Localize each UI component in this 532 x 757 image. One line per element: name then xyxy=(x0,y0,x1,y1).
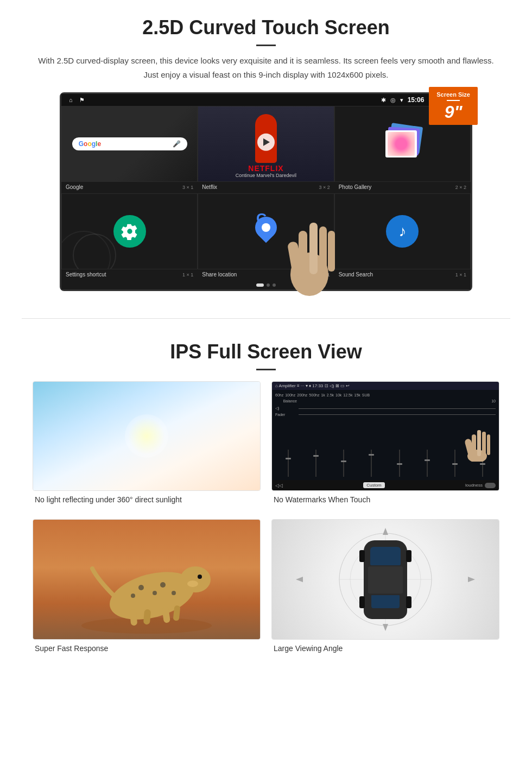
share-location-tile[interactable]: G xyxy=(198,193,334,269)
amp-slider-group-3 xyxy=(343,450,344,477)
sunlight-image-card xyxy=(33,381,261,491)
amplifier-image-card: ⌂ Amplifier ≡ ··· ▾ ♦ 17:33 ⊡ ◁) ⊠ ▭ ↩ 6… xyxy=(271,381,499,491)
google-logo: Google xyxy=(79,140,101,148)
car-caption: Large Viewing Angle xyxy=(271,640,499,657)
sound-label: Sound Search xyxy=(339,272,373,277)
location-icon: ◎ xyxy=(390,97,396,104)
badge-size: 9" xyxy=(436,103,470,121)
svg-point-16 xyxy=(153,591,157,595)
amp-loudness-label: loudness xyxy=(465,483,483,488)
dot-3 xyxy=(273,283,276,287)
status-bar: ⌂ ⚑ ✱ ◎ ▾ 15:06 ⊡ ◁) ⊠ ▭ xyxy=(61,94,471,106)
section2-title: IPS Full Screen View xyxy=(33,340,499,363)
amplifier-card: ⌂ Amplifier ≡ ··· ▾ ♦ 17:33 ⊡ ◁) ⊠ ▭ ↩ 6… xyxy=(271,381,499,508)
netflix-label: Netflix xyxy=(202,184,217,190)
amp-slider-group-6 xyxy=(427,450,428,477)
svg-point-25 xyxy=(187,581,198,587)
usb-icon: ⚑ xyxy=(79,97,85,104)
app-label-row-1: Google 3 × 1 Netflix 3 × 2 Photo Gallery… xyxy=(61,182,471,193)
screen-size-badge: Screen Size 9" xyxy=(429,87,478,125)
dot-1 xyxy=(256,283,264,287)
sun-glow xyxy=(125,414,168,458)
netflix-content: NETFLIX Continue Marvel's Daredevil xyxy=(198,161,333,181)
svg-point-19 xyxy=(172,591,176,595)
amp-slider-track-6 xyxy=(427,450,428,477)
amp-slider-group-4 xyxy=(371,450,372,477)
share-label-cell: Share location 1 × 1 xyxy=(198,272,334,277)
share-tile-inner: G xyxy=(198,194,333,269)
google-label-cell: Google 3 × 1 xyxy=(61,184,198,190)
svg-marker-31 xyxy=(383,624,388,631)
amp-hand-svg xyxy=(461,418,493,464)
amp-bottom-bar: ◁◁ Custom loudness xyxy=(272,480,499,490)
amp-slider-group-7 xyxy=(454,450,455,477)
amp-slider-track-4 xyxy=(371,450,372,477)
cheetah-image xyxy=(33,520,260,639)
sound-search-tile[interactable]: ♪ xyxy=(334,193,471,269)
netflix-play-button[interactable] xyxy=(257,134,275,151)
car-wheel-rl xyxy=(359,596,365,608)
sound-circle: ♪ xyxy=(386,215,419,248)
google-mic-icon[interactable]: 🎤 xyxy=(173,140,181,148)
settings-gear-circle xyxy=(113,215,146,248)
amp-caption: No Watermarks When Touch xyxy=(271,491,499,508)
gallery-label-cell: Photo Gallery 2 × 2 xyxy=(334,184,471,190)
amp-thumb-6 xyxy=(425,459,430,461)
amp-fader-line xyxy=(299,414,496,415)
sky-image xyxy=(33,382,260,490)
gear-icon xyxy=(121,223,138,240)
car-wheel-fl xyxy=(359,550,365,562)
home-icon[interactable]: ⌂ xyxy=(69,97,73,103)
cheetah-caption: Super Fast Response xyxy=(33,640,261,657)
google-search-bar[interactable]: Google 🎤 xyxy=(72,137,187,150)
amp-balance-line xyxy=(299,408,496,409)
settings-size: 1 × 1 xyxy=(182,272,193,277)
car-image xyxy=(272,520,499,639)
svg-point-15 xyxy=(138,585,144,590)
settings-label: Settings shortcut xyxy=(66,272,106,277)
amp-thumb-4 xyxy=(369,454,374,456)
svg-point-17 xyxy=(131,594,135,598)
section-ips-view: IPS Full Screen View No light reflecting… xyxy=(0,335,532,673)
netflix-logo: NETFLIX xyxy=(202,164,329,173)
google-g-letter: G xyxy=(256,210,267,227)
status-time: 15:06 xyxy=(408,96,425,104)
play-triangle-icon xyxy=(263,138,270,146)
amp-scale: Balance 10 xyxy=(275,399,496,403)
app-grid-bottom: G xyxy=(61,193,471,269)
gallery-label: Photo Gallery xyxy=(339,184,372,190)
section-curved-screen: 2.5D Curved Touch Screen With 2.5D curve… xyxy=(0,0,532,302)
wifi-icon: ▾ xyxy=(400,97,403,104)
section1-divider xyxy=(256,45,276,46)
share-size: 1 × 1 xyxy=(319,272,330,277)
google-app-tile[interactable]: Google 🎤 xyxy=(61,106,198,182)
sound-label-cell: Sound Search 1 × 1 xyxy=(334,272,471,277)
cheetah-svg xyxy=(54,525,239,634)
amp-slider-track-2 xyxy=(315,450,316,477)
car-rear-windshield xyxy=(371,595,400,608)
section1-description: With 2.5D curved-display screen, this de… xyxy=(33,54,499,81)
google-size: 3 × 1 xyxy=(182,185,193,190)
sunlight-caption: No light reflecting under 360° direct su… xyxy=(33,491,261,508)
amp-loudness-toggle[interactable] xyxy=(485,483,496,488)
netflix-app-tile[interactable]: NETFLIX Continue Marvel's Daredevil xyxy=(198,106,334,182)
image-grid: No light reflecting under 360° direct su… xyxy=(33,381,499,657)
share-label: Share location xyxy=(202,272,237,277)
google-label: Google xyxy=(66,184,83,190)
car-image-card xyxy=(271,519,499,640)
svg-rect-10 xyxy=(487,434,490,455)
section1-title: 2.5D Curved Touch Screen xyxy=(33,16,499,39)
amp-thumb-5 xyxy=(397,463,402,465)
amp-slider-track-1 xyxy=(288,450,289,477)
cheetah-image-card xyxy=(33,519,261,640)
settings-app-tile[interactable] xyxy=(61,193,198,269)
amp-thumb-7 xyxy=(452,463,458,465)
flower-image xyxy=(388,132,415,156)
dot-2 xyxy=(267,283,270,287)
netflix-subtitle: Continue Marvel's Daredevil xyxy=(202,173,329,178)
bluetooth-icon: ✱ xyxy=(381,97,386,104)
amp-custom-btn[interactable]: Custom xyxy=(363,482,385,488)
status-bar-left: ⌂ ⚑ xyxy=(69,97,85,104)
netflix-size: 3 × 2 xyxy=(319,185,330,190)
amp-topbar: ⌂ Amplifier ≡ ··· ▾ ♦ 17:33 ⊡ ◁) ⊠ ▭ ↩ xyxy=(272,382,499,390)
